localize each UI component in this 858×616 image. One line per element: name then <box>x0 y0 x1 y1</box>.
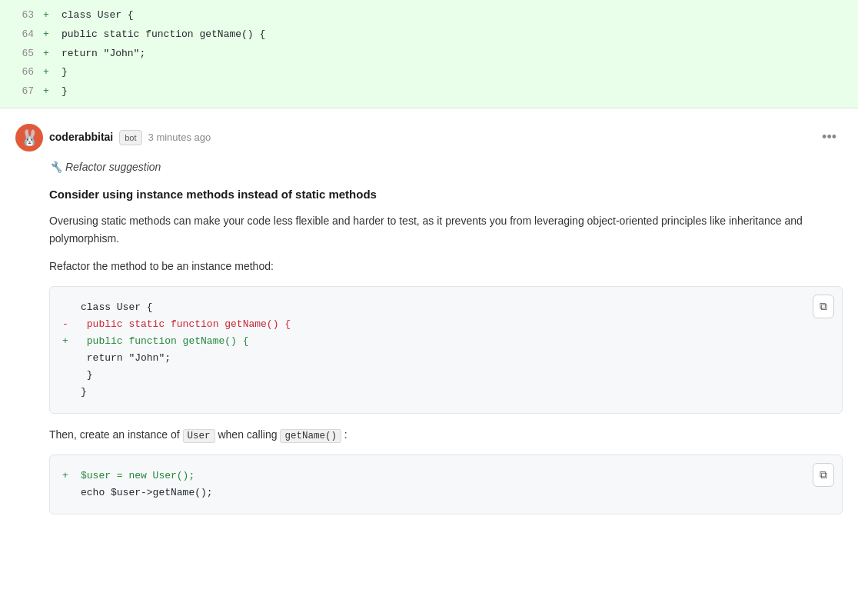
diff-marker: + <box>43 8 55 24</box>
line-number: 63 <box>12 8 34 24</box>
copy-button-1[interactable]: ⧉ <box>813 295 834 318</box>
code-line: echo $user->getName(); <box>62 484 830 501</box>
code-block-2: +$user = new User(); echo $user->getName… <box>49 455 843 514</box>
line-number: 66 <box>12 65 34 81</box>
diff-code-text: public static function getName() { <box>62 27 265 43</box>
more-options-button[interactable]: ••• <box>816 126 843 148</box>
refactor-intro: Refactor the method to be an instance me… <box>49 258 843 275</box>
code-line: return "John"; <box>62 350 830 367</box>
comment-header: 🐰 coderabbitai bot 3 minutes ago ••• <box>15 124 843 152</box>
line-number: 65 <box>12 46 34 62</box>
code-block-1: class User {- public static function get… <box>49 286 843 415</box>
diff-marker: + <box>43 65 55 81</box>
code-line: } <box>62 384 830 401</box>
diff-marker: + <box>43 27 55 43</box>
refactor-title: 🔧 Refactor suggestion <box>49 159 843 175</box>
diff-code-text: } <box>62 84 68 100</box>
inline-suffix: : <box>344 428 348 441</box>
suggestion-paragraph: Overusing static methods can make your c… <box>49 212 843 247</box>
diff-line: 67 + } <box>0 82 858 102</box>
code-line: } <box>62 367 830 384</box>
code-content-1: class User {- public static function get… <box>50 287 842 414</box>
inline-code-user: User <box>183 429 215 443</box>
bot-badge: bot <box>119 130 141 146</box>
code-line: class User { <box>62 299 830 316</box>
comment-section: 🐰 coderabbitai bot 3 minutes ago ••• 🔧 R… <box>0 108 858 514</box>
diff-line: 63 + class User { <box>0 6 858 25</box>
code-line: - public static function getName() { <box>62 316 830 333</box>
diff-code-text: } <box>62 65 68 81</box>
diff-marker: + <box>43 84 55 100</box>
comment-body: 🔧 Refactor suggestion Consider using ins… <box>15 159 843 514</box>
code-content-2: +$user = new User(); echo $user->getName… <box>50 455 842 514</box>
suggestion-heading: Consider using instance methods instead … <box>49 186 843 204</box>
line-number: 67 <box>12 84 34 100</box>
diff-line: 64 + public static function getName() { <box>0 25 858 45</box>
comment-meta: 🐰 coderabbitai bot 3 minutes ago <box>15 124 211 152</box>
inline-prefix: Then, create an instance of <box>49 428 180 441</box>
diff-code-text: class User { <box>62 8 134 24</box>
refactor-icon: 🔧 <box>49 161 62 173</box>
inline-code-getname: getName() <box>280 429 341 443</box>
code-line: + public function getName() { <box>62 333 830 350</box>
code-line: +$user = new User(); <box>62 468 830 484</box>
inline-text-line: Then, create an instance of User when ca… <box>49 426 843 444</box>
diff-marker: + <box>43 46 55 62</box>
diff-line: 65 + return "John"; <box>0 45 858 64</box>
inline-middle: when calling <box>218 428 280 441</box>
comment-author: coderabbitai <box>49 129 113 145</box>
refactor-title-text: Refactor suggestion <box>65 161 161 173</box>
diff-line: 66 + } <box>0 63 858 82</box>
line-number: 64 <box>12 27 34 43</box>
diff-code-text: return "John"; <box>62 46 145 62</box>
diff-block: 63 + class User { 64 + public static fun… <box>0 0 858 108</box>
avatar: 🐰 <box>15 124 43 152</box>
comment-time: 3 minutes ago <box>148 130 211 145</box>
copy-button-2[interactable]: ⧉ <box>813 463 834 487</box>
